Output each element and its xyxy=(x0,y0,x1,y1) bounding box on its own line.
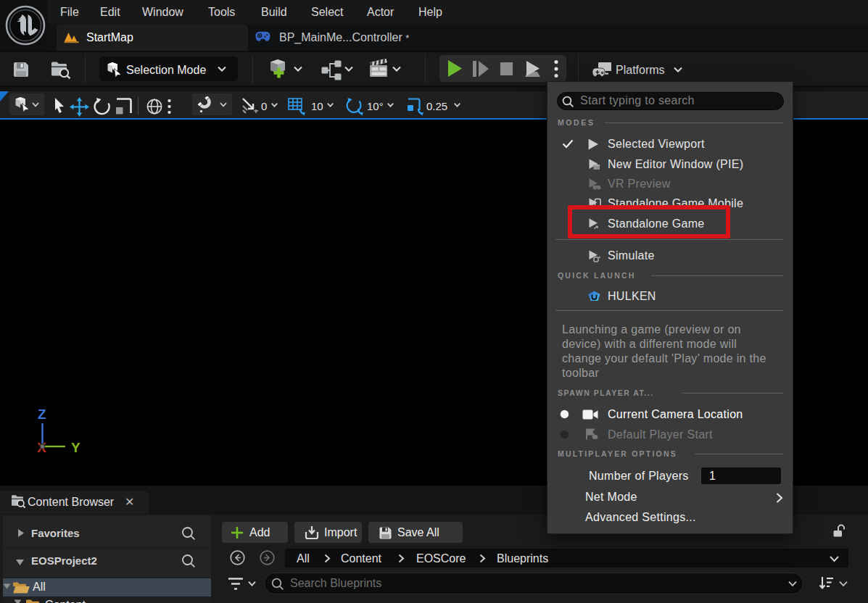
svg-text:Z: Z xyxy=(38,407,46,422)
svg-text:Y: Y xyxy=(71,440,80,455)
